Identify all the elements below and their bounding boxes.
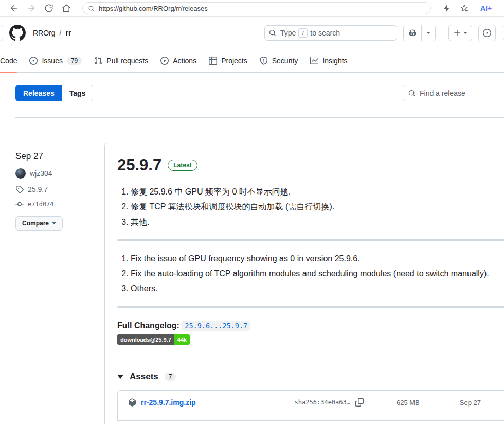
find-release-placeholder: Find a release — [420, 89, 465, 97]
copy-icon[interactable] — [355, 398, 364, 407]
browser-toolbar: https://github.com/RROrg/rr/releases AI+ — [0, 0, 504, 17]
package-icon — [128, 398, 136, 407]
tag-name: 25.9.7 — [28, 185, 48, 193]
url-text: https://github.com/RROrg/rr/releases — [99, 5, 208, 12]
home-icon[interactable] — [62, 4, 71, 13]
tab-label: Issues — [42, 57, 62, 65]
downloads-badge-value: 44k — [174, 334, 190, 345]
note-item: 其他. — [131, 216, 504, 228]
changelog-compare-link[interactable]: 25.9.6...25.9.7 — [182, 321, 250, 331]
avatar — [15, 168, 26, 179]
tab-issues[interactable]: Issues 79 — [29, 49, 82, 73]
github-header: RROrg / rr Type / to search — [0, 17, 504, 49]
tab-pull-requests[interactable]: Pull requests — [94, 49, 148, 73]
search-placeholder: Type — [280, 29, 296, 37]
release-section: Sep 27 wjz304 25.9.7 e71d074 Compare 25.… — [0, 143, 504, 424]
copilot-button-group — [403, 25, 436, 41]
copilot-button[interactable] — [404, 25, 421, 41]
release-sidebar: Sep 27 wjz304 25.9.7 e71d074 Compare — [15, 143, 104, 231]
compare-button[interactable]: Compare — [15, 216, 63, 231]
chevron-down-icon — [463, 32, 467, 34]
notes-list-en: Fix the issue of GPU frequency showing a… — [119, 253, 504, 295]
lightning-icon[interactable] — [442, 4, 452, 13]
asset-date: Sep 27 — [460, 399, 481, 407]
toolbar-divider — [15, 117, 504, 118]
graph-icon — [310, 57, 318, 65]
breadcrumb: RROrg / rr — [33, 29, 71, 37]
git-pull-request-icon — [94, 57, 102, 65]
chevron-down-icon — [52, 222, 56, 224]
create-new-button[interactable] — [448, 25, 472, 41]
full-changelog-label: Full Changelog: — [117, 321, 179, 330]
plus-icon — [453, 29, 461, 37]
tab-label: Code — [0, 57, 17, 65]
global-search-input[interactable]: Type / to search — [264, 25, 397, 41]
tab-code[interactable]: Code — [0, 49, 17, 73]
bookmark-star-icon[interactable] — [460, 4, 469, 13]
markdown-divider — [117, 239, 504, 241]
forward-icon[interactable] — [27, 4, 36, 13]
search-icon — [269, 29, 276, 37]
breadcrumb-repo[interactable]: rr — [65, 29, 71, 37]
author-name: wjz304 — [30, 169, 52, 178]
note-item: Fix the auto-loading of TCP algorithm mo… — [131, 268, 504, 279]
issue-opened-icon — [483, 29, 491, 37]
compare-label: Compare — [22, 220, 49, 227]
back-icon[interactable] — [9, 4, 19, 13]
git-commit-icon — [15, 200, 24, 208]
issues-count-badge: 79 — [67, 57, 82, 65]
assets-list: rr-25.9.7.img.zip sha256:34e0a63… 625 MB… — [117, 390, 504, 421]
tab-projects[interactable]: Projects — [209, 49, 247, 73]
asset-row: rr-25.9.7.img.zip sha256:34e0a63… 625 MB… — [118, 391, 504, 414]
note-item: Fix the issue of GPU frequency showing a… — [131, 253, 504, 264]
markdown-divider — [117, 306, 504, 308]
repo-navigation: Code Issues 79 Pull requests Actions Pro… — [0, 49, 504, 73]
releases-tags-switch: Releases Tags — [15, 85, 93, 101]
tab-label: Insights — [322, 57, 347, 65]
tab-security[interactable]: Security — [260, 49, 298, 73]
release-date: Sep 27 — [15, 151, 104, 162]
asset-sha: sha256:34e0a63… — [295, 399, 350, 406]
tab-insights[interactable]: Insights — [310, 49, 347, 73]
triangle-down-icon — [117, 375, 123, 379]
latest-badge[interactable]: Latest — [168, 160, 197, 171]
release-tag[interactable]: 25.9.7 — [15, 185, 104, 193]
issues-dashboard-button[interactable] — [478, 25, 496, 41]
play-icon — [160, 57, 169, 65]
tab-actions[interactable]: Actions — [160, 49, 196, 73]
breadcrumb-separator: / — [60, 29, 62, 37]
assets-toggle[interactable]: Assets 7 — [117, 372, 504, 382]
header-divider — [442, 28, 442, 38]
shield-icon — [260, 57, 268, 65]
breadcrumb-org[interactable]: RROrg — [33, 29, 56, 37]
downloads-badge[interactable]: downloads@25.9.7 44k — [117, 334, 190, 345]
note-item: 修复 TCP 算法模块和调度模块的自动加载 (需自行切换). — [131, 201, 504, 213]
release-title: 25.9.7 — [117, 155, 161, 174]
chevron-down-icon — [426, 32, 430, 34]
notes-list-zh: 修复 25.9.6 中 GPU 频率为 0 时不显示问题. 修复 TCP 算法模… — [119, 186, 504, 228]
github-logo-icon[interactable] — [9, 25, 26, 41]
release-commit[interactable]: e71d074 — [15, 200, 104, 208]
copilot-dropdown[interactable] — [421, 25, 435, 41]
reload-icon[interactable] — [44, 4, 53, 13]
release-author[interactable]: wjz304 — [15, 168, 104, 179]
search-icon — [408, 90, 416, 97]
address-bar[interactable]: https://github.com/RROrg/rr/releases — [82, 2, 431, 14]
global-nav-menu-button[interactable] — [0, 25, 3, 41]
tab-label: Projects — [221, 57, 247, 65]
slash-key-hint: / — [298, 28, 308, 38]
releases-toolbar: Releases Tags Find a release — [0, 73, 504, 110]
release-notes: 修复 25.9.6 中 GPU 频率为 0 时不显示问题. 修复 TCP 算法模… — [117, 186, 504, 345]
issue-opened-icon — [29, 57, 38, 65]
assets-count-badge: 7 — [165, 373, 176, 381]
ai-button[interactable]: AI+ — [480, 4, 492, 12]
asset-size: 625 MB — [397, 399, 420, 407]
find-release-input[interactable]: Find a release — [403, 85, 504, 101]
assets-heading: Assets — [130, 372, 158, 382]
search-placeholder-post: to search — [310, 29, 340, 37]
releases-button[interactable]: Releases — [15, 85, 62, 101]
asset-download-link[interactable]: rr-25.9.7.img.zip — [141, 398, 196, 407]
tags-button[interactable]: Tags — [62, 85, 94, 101]
tab-label: Security — [272, 57, 298, 65]
commit-sha: e71d074 — [28, 201, 54, 208]
